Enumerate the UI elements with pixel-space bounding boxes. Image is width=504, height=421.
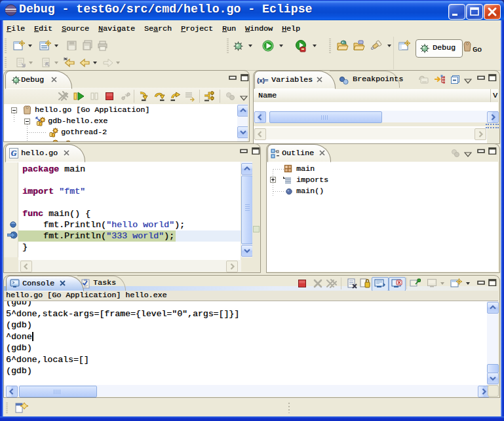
svg-text:G: G [11,149,17,158]
svg-text:(x)=: (x)= [257,77,269,84]
